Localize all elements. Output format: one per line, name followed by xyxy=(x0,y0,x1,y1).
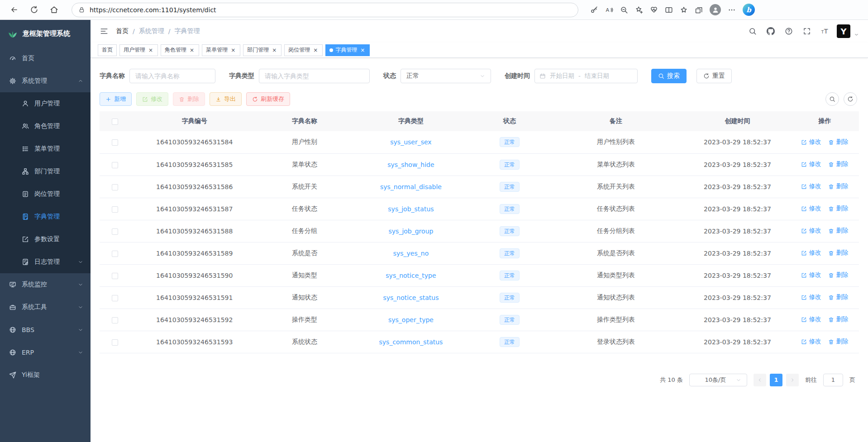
sidebar-item[interactable]: BBS xyxy=(0,318,91,341)
next-page-button[interactable] xyxy=(786,374,799,386)
edit-row-button[interactable]: 修改 xyxy=(801,337,821,346)
tab-close-icon[interactable]: × xyxy=(359,47,366,53)
sidebar-item[interactable]: 菜单管理 xyxy=(0,138,91,160)
tab-item[interactable]: 菜单管理× xyxy=(202,44,240,56)
dict-name-input[interactable] xyxy=(129,69,215,83)
sidebar-item[interactable]: 参数设置 xyxy=(0,228,91,251)
dict-type-link[interactable]: sys_normal_disable xyxy=(380,183,442,190)
delete-row-button[interactable]: 删除 xyxy=(828,293,848,301)
row-checkbox[interactable] xyxy=(112,339,118,346)
github-icon[interactable] xyxy=(764,25,777,38)
tab-active[interactable]: 字典管理× xyxy=(325,44,370,56)
tab-item[interactable]: 岗位管理× xyxy=(284,44,323,56)
row-checkbox[interactable] xyxy=(112,184,118,190)
delete-row-button[interactable]: 删除 xyxy=(828,315,848,323)
edit-row-button[interactable]: 修改 xyxy=(801,271,821,279)
chevron-down-icon[interactable] xyxy=(854,32,859,37)
sidebar-item[interactable]: ERP xyxy=(0,341,91,364)
reset-button[interactable]: 重置 xyxy=(696,69,732,83)
delete-row-button[interactable]: 删除 xyxy=(828,337,848,346)
delete-row-button[interactable]: 删除 xyxy=(828,271,848,279)
split-screen-icon[interactable] xyxy=(665,6,673,14)
browser-home-button[interactable] xyxy=(47,3,61,17)
row-checkbox[interactable] xyxy=(112,251,118,257)
dict-type-link[interactable]: sys_job_status xyxy=(388,205,434,213)
edit-row-button[interactable]: 修改 xyxy=(801,160,821,168)
sidebar-item[interactable]: 系统监控 xyxy=(0,273,91,296)
tab-close-icon[interactable]: × xyxy=(230,47,236,53)
toolbar-button[interactable]: 刷新缓存 xyxy=(246,92,290,106)
tab-item[interactable]: 用户管理× xyxy=(119,44,158,56)
dict-type-link[interactable]: sys_yes_no xyxy=(393,250,429,257)
password-key-icon[interactable] xyxy=(590,6,598,14)
zoom-out-icon[interactable] xyxy=(620,6,628,14)
row-checkbox[interactable] xyxy=(112,317,118,323)
address-bar[interactable]: https://ccnetcore.com:1101/system/dict xyxy=(72,3,578,17)
row-checkbox[interactable] xyxy=(112,295,118,301)
dict-type-link[interactable]: sys_show_hide xyxy=(387,161,434,168)
search-button[interactable]: 搜索 xyxy=(651,69,687,83)
delete-row-button[interactable]: 删除 xyxy=(828,138,848,146)
date-range-picker[interactable]: 开始日期 - 结束日期 xyxy=(534,69,638,83)
prev-page-button[interactable] xyxy=(754,374,766,386)
collections-icon[interactable] xyxy=(695,6,703,14)
delete-row-button[interactable]: 删除 xyxy=(828,204,848,213)
row-checkbox[interactable] xyxy=(112,206,118,213)
header-search-icon[interactable] xyxy=(746,25,759,38)
favorites-icon[interactable] xyxy=(680,6,688,14)
tab-close-icon[interactable]: × xyxy=(148,47,154,53)
sidebar-item[interactable]: 角色管理 xyxy=(0,115,91,138)
dict-type-input[interactable] xyxy=(259,69,370,83)
delete-row-button[interactable]: 删除 xyxy=(828,182,848,190)
status-select[interactable]: 正常 xyxy=(401,69,491,83)
dict-type-link[interactable]: sys_user_sex xyxy=(390,138,431,146)
add-favorite-icon[interactable] xyxy=(635,6,643,14)
browser-menu-icon[interactable] xyxy=(728,6,736,14)
dict-type-link[interactable]: sys_notice_status xyxy=(383,294,439,301)
dict-type-link[interactable]: sys_job_group xyxy=(389,228,434,235)
sidebar-item[interactable]: 首页 xyxy=(0,47,91,70)
edit-row-button[interactable]: 修改 xyxy=(801,182,821,190)
toggle-search-button[interactable] xyxy=(825,92,839,106)
sidebar-item[interactable]: 部门管理 xyxy=(0,160,91,183)
edit-row-button[interactable]: 修改 xyxy=(801,315,821,323)
fullscreen-icon[interactable] xyxy=(801,25,813,38)
edit-row-button[interactable]: 修改 xyxy=(801,138,821,146)
user-logo-avatar[interactable]: Y xyxy=(837,24,850,38)
font-size-icon[interactable] xyxy=(819,25,831,38)
browser-back-button[interactable] xyxy=(7,3,21,17)
sidebar-item[interactable]: 用户管理 xyxy=(0,92,91,115)
tab-close-icon[interactable]: × xyxy=(312,47,319,53)
page-size-select[interactable]: 10条/页 xyxy=(689,374,747,386)
sidebar-item[interactable]: 系统管理 xyxy=(0,70,91,92)
hamburger-icon[interactable] xyxy=(100,27,109,36)
current-page-button[interactable]: 1 xyxy=(770,374,782,386)
toolbar-button[interactable]: 导出 xyxy=(210,92,242,106)
delete-row-button[interactable]: 删除 xyxy=(828,249,848,257)
sidebar-item[interactable]: Yi框架 xyxy=(0,364,91,386)
help-icon[interactable] xyxy=(782,25,795,38)
select-all-checkbox[interactable] xyxy=(112,119,118,125)
profile-avatar[interactable] xyxy=(710,4,721,15)
row-checkbox[interactable] xyxy=(112,273,118,279)
copilot-bing-icon[interactable]: b xyxy=(743,4,755,16)
dict-type-link[interactable]: sys_common_status xyxy=(379,338,443,346)
tab-item[interactable]: 首页 xyxy=(98,44,117,56)
edit-row-button[interactable]: 修改 xyxy=(801,227,821,235)
browser-essentials-icon[interactable] xyxy=(650,6,658,14)
refresh-table-button[interactable] xyxy=(844,92,857,106)
add-button[interactable]: 新增 xyxy=(100,92,132,106)
tab-close-icon[interactable]: × xyxy=(189,47,195,53)
breadcrumb-item[interactable]: 首页 xyxy=(116,27,129,35)
browser-reload-button[interactable] xyxy=(27,3,41,17)
sidebar-item[interactable]: 字典管理 xyxy=(0,205,91,228)
sidebar-item[interactable]: 日志管理 xyxy=(0,251,91,273)
sidebar-item[interactable]: 岗位管理 xyxy=(0,183,91,205)
sidebar-item[interactable]: 系统工具 xyxy=(0,296,91,318)
read-aloud-icon[interactable] xyxy=(605,6,613,14)
dict-type-link[interactable]: sys_notice_type xyxy=(386,272,436,279)
edit-row-button[interactable]: 修改 xyxy=(801,204,821,213)
tab-item[interactable]: 部门管理× xyxy=(243,44,281,56)
delete-row-button[interactable]: 删除 xyxy=(828,160,848,168)
tab-item[interactable]: 角色管理× xyxy=(161,44,199,56)
